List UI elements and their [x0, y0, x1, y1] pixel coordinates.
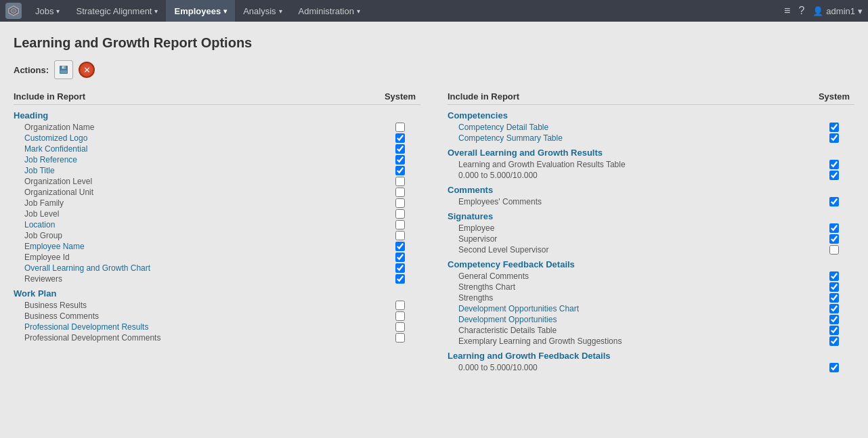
- checkbox-organization-name[interactable]: [380, 123, 420, 132]
- checkbox-job-level[interactable]: [380, 209, 420, 219]
- checkbox-supervisor-sig[interactable]: [814, 234, 854, 244]
- checkbox-business-comments[interactable]: [380, 311, 420, 321]
- checkbox-professional-development-comments[interactable]: [380, 333, 420, 343]
- label-organization-level: Organization Level: [24, 177, 380, 186]
- nav-administration[interactable]: Administration ▾: [290, 0, 368, 22]
- checkbox-overall-lg-chart[interactable]: [380, 263, 420, 273]
- user-menu[interactable]: 👤 admin1 ▾: [812, 6, 863, 16]
- svg-rect-4: [60, 70, 67, 73]
- nav-analysis[interactable]: Analysis ▾: [235, 0, 290, 22]
- chevron-down-icon: ▾: [154, 7, 158, 15]
- label-job-title: Job Title: [24, 166, 380, 175]
- checkbox-second-level-supervisor-sig[interactable]: [814, 245, 854, 255]
- label-characteristic-details-table: Characteristic Details Table: [458, 326, 814, 335]
- row-employee-name: Employee Name: [14, 241, 420, 252]
- nav-strategic-alignment[interactable]: Strategic Alignment ▾: [68, 0, 166, 22]
- page-title: Learning and Growth Report Options: [14, 35, 854, 51]
- nav-jobs[interactable]: Jobs ▾: [27, 0, 68, 22]
- page-content: Learning and Growth Report Options Actio…: [0, 22, 868, 438]
- label-employee-name: Employee Name: [24, 242, 380, 251]
- checkbox-employee-sig[interactable]: [814, 223, 854, 233]
- label-strengths-chart: Strengths Chart: [458, 282, 814, 292]
- label-supervisor-sig: Supervisor: [458, 234, 814, 244]
- checkbox-dev-opportunities-chart[interactable]: [814, 304, 854, 313]
- right-report-column: Include in Report System Competencies Co…: [448, 91, 854, 373]
- checkbox-dev-opportunities[interactable]: [814, 315, 854, 324]
- row-business-results: Business Results: [14, 300, 420, 311]
- label-second-level-supervisor-sig: Second Level Supervisor: [458, 245, 814, 255]
- checkbox-competency-detail-table[interactable]: [814, 123, 854, 132]
- label-organization-name: Organization Name: [24, 123, 380, 132]
- row-job-level: Job Level: [14, 209, 420, 219]
- chevron-down-icon: ▾: [223, 7, 227, 15]
- section-overall-lg-results: Overall Learning and Growth Results: [448, 148, 854, 158]
- checkbox-lg-score-range[interactable]: [814, 171, 854, 180]
- chevron-down-icon: ▾: [56, 7, 60, 15]
- label-exemplary-lg-suggestions: Exemplary Learning and Growth Suggestion…: [458, 336, 814, 346]
- checkbox-competency-summary-table[interactable]: [814, 133, 854, 143]
- checkbox-organization-level[interactable]: [380, 177, 420, 186]
- row-customized-logo: Customized Logo: [14, 133, 420, 144]
- row-mark-confidential: Mark Confidential: [14, 144, 420, 154]
- checkbox-exemplary-lg-suggestions[interactable]: [814, 336, 854, 346]
- checkbox-business-results[interactable]: [380, 301, 420, 310]
- row-exemplary-lg-suggestions: Exemplary Learning and Growth Suggestion…: [448, 336, 854, 347]
- checkbox-customized-logo[interactable]: [380, 133, 420, 143]
- row-business-comments: Business Comments: [14, 311, 420, 322]
- checkbox-lg-eval-results-table[interactable]: [814, 160, 854, 169]
- svg-rect-5: [62, 66, 64, 68]
- section-comments: Comments: [448, 185, 854, 195]
- save-button[interactable]: [54, 60, 73, 79]
- label-competency-detail-table: Competency Detail Table: [458, 123, 814, 132]
- row-lg-score-range: 0.000 to 5.000/10.000: [448, 170, 854, 181]
- label-lg-eval-results-table: Learning and Growth Evaluation Results T…: [458, 160, 814, 169]
- checkbox-employee-id[interactable]: [380, 253, 420, 262]
- right-system-label: System: [814, 91, 854, 102]
- label-reviewers: Reviewers: [24, 274, 380, 284]
- label-employee-id: Employee Id: [24, 253, 380, 262]
- checkbox-professional-development-results[interactable]: [380, 322, 420, 332]
- checkbox-reviewers[interactable]: [380, 274, 420, 284]
- checkbox-strengths-chart[interactable]: [814, 282, 854, 292]
- checkbox-employees-comments[interactable]: [814, 197, 854, 206]
- nav-employees[interactable]: Employees ▾: [166, 0, 235, 22]
- settings-icon[interactable]: ≡: [784, 5, 790, 17]
- row-job-family: Job Family: [14, 198, 420, 209]
- row-supervisor-sig: Supervisor: [448, 234, 854, 244]
- top-navigation: Jobs ▾ Strategic Alignment ▾ Employees ▾…: [0, 0, 868, 22]
- checkbox-job-family[interactable]: [380, 198, 420, 208]
- row-competency-detail-table: Competency Detail Table: [448, 122, 854, 133]
- section-lg-feedback-details: Learning and Growth Feedback Details: [448, 351, 854, 361]
- checkbox-organizational-unit[interactable]: [380, 188, 420, 197]
- checkbox-general-comments[interactable]: [814, 271, 854, 281]
- checkbox-employee-name[interactable]: [380, 242, 420, 251]
- label-overall-lg-chart: Overall Learning and Growth Chart: [24, 263, 380, 273]
- checkbox-job-title[interactable]: [380, 166, 420, 175]
- checkbox-job-group[interactable]: [380, 231, 420, 240]
- report-options: Include in Report System Heading Organiz…: [14, 91, 854, 373]
- nav-right-controls: ≡ ? 👤 admin1 ▾: [784, 5, 863, 17]
- row-professional-development-results: Professional Development Results: [14, 322, 420, 332]
- section-competencies: Competencies: [448, 110, 854, 121]
- checkbox-strengths[interactable]: [814, 293, 854, 303]
- app-logo[interactable]: [5, 3, 22, 19]
- checkbox-mark-confidential[interactable]: [380, 144, 420, 154]
- row-job-title: Job Title: [14, 165, 420, 176]
- row-characteristic-details-table: Characteristic Details Table: [448, 325, 854, 336]
- row-lg-feedback-score-range: 0.000 to 5.000/10.000: [448, 362, 854, 373]
- row-strengths-chart: Strengths Chart: [448, 282, 854, 292]
- label-job-reference: Job Reference: [24, 155, 380, 165]
- left-column-header: Include in Report System: [14, 91, 420, 105]
- help-icon[interactable]: ?: [798, 5, 804, 17]
- cancel-button[interactable]: ✕: [79, 62, 95, 78]
- label-job-level: Job Level: [24, 209, 380, 219]
- left-report-column: Include in Report System Heading Organiz…: [14, 91, 420, 373]
- checkbox-location[interactable]: [380, 220, 420, 229]
- left-system-label: System: [380, 91, 420, 102]
- checkbox-lg-feedback-score-range[interactable]: [814, 363, 854, 372]
- checkbox-job-reference[interactable]: [380, 155, 420, 165]
- row-organization-name: Organization Name: [14, 122, 420, 133]
- row-lg-eval-results-table: Learning and Growth Evaluation Results T…: [448, 159, 854, 170]
- label-lg-score-range: 0.000 to 5.000/10.000: [458, 171, 814, 180]
- checkbox-characteristic-details-table[interactable]: [814, 326, 854, 335]
